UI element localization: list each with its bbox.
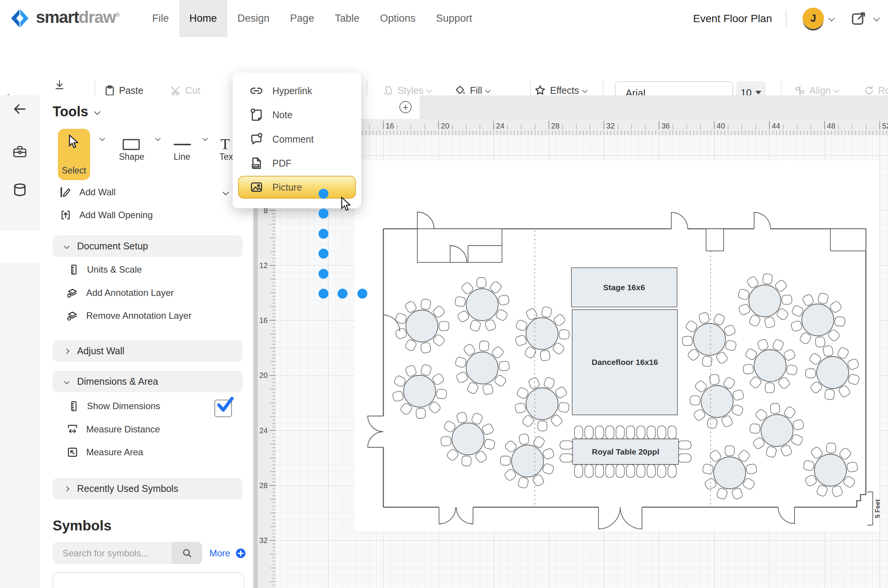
wall-point-dot[interactable] (319, 189, 328, 199)
paste-icon (104, 85, 115, 96)
text-tool-icon[interactable]: T (220, 135, 230, 153)
toolbox-icon[interactable] (12, 144, 27, 159)
wall-point-dot[interactable] (357, 289, 367, 299)
insert-pdf-item[interactable]: PDF PDF (239, 152, 355, 175)
left-rail (0, 95, 40, 588)
add-wall-chevron-icon[interactable] (223, 189, 229, 196)
add-annotation-layer-item[interactable]: Add Annotation Layer (66, 287, 174, 299)
line-tool-label[interactable]: Line (174, 152, 190, 162)
more-symbols-link[interactable]: More (209, 548, 246, 559)
svg-text:44: 44 (772, 122, 780, 130)
menu-table[interactable]: Table (325, 0, 370, 37)
select-tool-chevron-icon[interactable] (100, 136, 105, 141)
line-tool-chevron-icon[interactable] (203, 136, 208, 141)
search-button[interactable] (172, 542, 202, 564)
measure-distance-icon (66, 423, 79, 435)
menu-page[interactable]: Page (280, 0, 325, 37)
smartdraw-app: smartdraw® File Home Design Page Table O… (0, 0, 888, 588)
styles-icon (382, 85, 394, 96)
topbar-divider (786, 10, 787, 27)
units-scale-item[interactable]: Units & Scale (68, 264, 142, 275)
back-arrow-icon[interactable] (12, 101, 27, 117)
add-page-button[interactable]: + (399, 101, 412, 113)
svg-text:52: 52 (882, 122, 888, 130)
svg-text:20: 20 (259, 371, 268, 379)
insert-note-item[interactable]: Note (239, 103, 355, 126)
remove-annotation-layer-icon (66, 310, 79, 322)
wall-point-dot[interactable] (319, 269, 328, 279)
floor-plan[interactable]: Stage 16x6 Dancefloor 16x16 Royal Table … (276, 135, 888, 588)
add-wall-icon (60, 186, 72, 198)
units-scale-icon (68, 264, 79, 275)
database-icon[interactable] (12, 182, 27, 198)
menu-design[interactable]: Design (227, 0, 280, 37)
brand-wordmark: smartdraw® (36, 8, 119, 27)
menu-file[interactable]: File (142, 0, 179, 37)
avatar-chevron-icon[interactable] (828, 15, 835, 22)
dimensions-area-header[interactable]: Dimensions & Area (53, 371, 243, 392)
measure-area-icon (66, 446, 79, 458)
add-wall-item[interactable]: Add Wall (60, 186, 116, 198)
svg-text:40: 40 (717, 122, 725, 130)
add-wall-opening-item[interactable]: Add Wall Opening (60, 209, 153, 221)
adjust-wall-header[interactable]: Adjust Wall (53, 340, 243, 362)
corner-closet (830, 229, 866, 251)
tools-panel-title[interactable]: Tools (53, 104, 100, 120)
note-icon (249, 108, 263, 122)
chevron-right-icon (64, 486, 69, 491)
share-chevron-icon[interactable] (874, 15, 880, 22)
tools-panel: Tools Select Shape Line T Text Add Wall … (40, 95, 258, 588)
svg-text:28: 28 (551, 122, 560, 130)
insert-hyperlink-item[interactable]: Hyperlink (239, 79, 355, 102)
wall-point-dot[interactable] (338, 289, 347, 299)
add-annotation-layer-icon (66, 287, 79, 299)
insert-comment-item[interactable]: Comment (239, 128, 355, 151)
menu-options[interactable]: Options (370, 0, 426, 37)
document-setup-header[interactable]: Document Setup (53, 235, 243, 257)
mouse-cursor (341, 197, 352, 211)
align-icon (794, 85, 806, 96)
picture-icon (249, 180, 263, 194)
menu-home[interactable]: Home (179, 0, 227, 37)
chevron-down-icon (64, 243, 69, 249)
hyperlink-icon (249, 84, 263, 98)
wall-point-dot[interactable] (319, 229, 328, 239)
recently-used-symbols-header[interactable]: Recently Used Symbols (53, 478, 243, 500)
insert-picture-item[interactable]: Picture (238, 176, 356, 199)
wall-point-dot[interactable] (319, 209, 328, 218)
line-tool-icon[interactable] (173, 143, 191, 146)
show-dimensions-checkbox[interactable] (214, 400, 232, 417)
shape-tool-icon[interactable] (122, 138, 140, 151)
svg-text:PDF: PDF (253, 164, 258, 167)
menu-support[interactable]: Support (426, 0, 483, 37)
wall-point-dot[interactable] (319, 249, 328, 259)
svg-text:48: 48 (827, 122, 835, 130)
svg-text:32: 32 (606, 122, 615, 130)
add-wall-opening-icon (60, 209, 72, 221)
toolbar: ‹ Export Paste Cut Copy Format Painter I… (0, 37, 888, 96)
avatar[interactable]: J (803, 8, 824, 29)
shape-tool-label[interactable]: Shape (119, 152, 145, 162)
cut-icon (170, 85, 182, 96)
symbol-search-input[interactable] (62, 542, 166, 565)
share-edit-icon[interactable] (851, 11, 867, 27)
symbol-group-box (53, 572, 244, 588)
export-icon (53, 79, 66, 92)
plus-circle-icon (235, 548, 246, 559)
svg-text:32: 32 (259, 536, 268, 545)
remove-annotation-layer-item[interactable]: Remove Annotation Layer (66, 310, 191, 322)
insert-dropdown-menu: Hyperlink Note Comment PDF PDF Picture (233, 72, 361, 208)
select-tool-button[interactable]: Select (58, 129, 90, 180)
show-dimensions-item[interactable]: Show Dimensions (68, 400, 160, 412)
stage-label: Stage 16x6 (603, 283, 645, 292)
wall-point-dot[interactable] (319, 289, 328, 299)
measure-area-item[interactable]: Measure Area (66, 446, 143, 458)
measure-distance-item[interactable]: Measure Distance (66, 423, 160, 435)
svg-text:28: 28 (259, 481, 268, 490)
svg-text:36: 36 (661, 122, 670, 130)
smartdraw-logo-icon (10, 8, 30, 28)
svg-text:12: 12 (259, 261, 268, 270)
symbol-search[interactable] (53, 542, 202, 564)
shape-tool-chevron-icon[interactable] (155, 136, 161, 141)
wall-column (706, 229, 724, 251)
